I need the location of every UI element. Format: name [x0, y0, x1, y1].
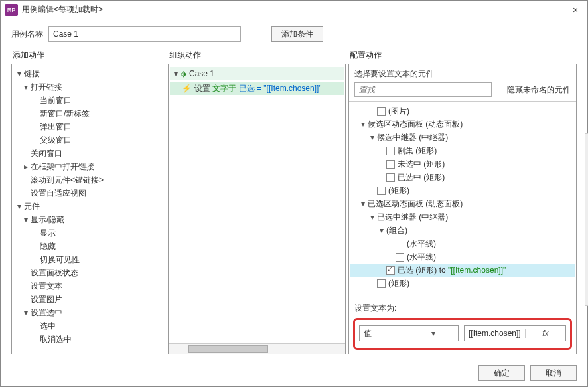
- action-tree-item[interactable]: 选中: [13, 319, 163, 333]
- value-expression-input[interactable]: [[Item.chosen]] fx: [464, 325, 566, 341]
- expand-icon[interactable]: ▾: [369, 133, 376, 142]
- widget-tree-item[interactable]: ▾已选中继器 (中继器): [350, 210, 575, 224]
- expand-icon[interactable]: ▾: [23, 308, 29, 317]
- case-name-input[interactable]: [48, 26, 241, 42]
- action-tree-label: 选中: [40, 321, 56, 332]
- action-node[interactable]: ⚡ 设置 文字于 已选 = "[[Item.chosen]]": [170, 82, 344, 95]
- action-tree-item[interactable]: 显示: [13, 226, 163, 240]
- action-tree-item[interactable]: ▾显示/隐藏: [13, 213, 163, 226]
- widget-tree-item[interactable]: 已选 (矩形) to "[[Item.chosen]]": [350, 264, 575, 277]
- widget-tree-label: (矩形): [388, 278, 409, 289]
- action-tree-item[interactable]: 关闭窗口: [13, 147, 163, 160]
- horizontal-scrollbar[interactable]: [169, 343, 345, 354]
- expand-icon[interactable]: ▸: [23, 162, 29, 171]
- organize-actions-panel: ▾ ⬗ Case 1 ⚡ 设置 文字于 已选 = "[[Item.chosen]…: [168, 64, 346, 354]
- action-tree-item[interactable]: 切换可见性: [13, 253, 163, 266]
- action-tree-label: 链接: [24, 68, 40, 80]
- expand-icon[interactable]: ▾: [360, 199, 366, 208]
- action-tree-label: 打开链接: [31, 82, 62, 93]
- case-icon: ⬗: [181, 69, 186, 78]
- action-tree-item[interactable]: 滚动到元件<锚链接>: [13, 173, 163, 187]
- widget-checkbox[interactable]: [396, 240, 404, 248]
- expand-icon[interactable]: ▾: [23, 82, 29, 92]
- widget-tree-label: (组合): [386, 225, 407, 236]
- widget-tree-item[interactable]: ▾已选区动态面板 (动态面板): [350, 197, 575, 210]
- widget-checkbox[interactable]: [386, 147, 395, 155]
- action-tree-label: 显示/隐藏: [31, 214, 64, 226]
- action-tree-item[interactable]: 新窗口/新标签: [13, 107, 163, 120]
- widget-checkbox[interactable]: [377, 279, 386, 288]
- close-icon[interactable]: ×: [567, 5, 583, 15]
- ok-button[interactable]: 确定: [478, 365, 525, 381]
- action-tree-label: 取消选中: [40, 334, 72, 345]
- widget-tree-item[interactable]: (图片): [350, 104, 575, 117]
- widget-tree-label: (图片): [388, 106, 409, 117]
- widget-tree-item[interactable]: 剧集 (矩形): [350, 144, 575, 157]
- widget-checkbox[interactable]: [386, 160, 395, 169]
- widget-checkbox[interactable]: [386, 173, 395, 182]
- action-tree-item[interactable]: 设置自适应视图: [13, 187, 163, 200]
- action-tree-item[interactable]: ▾打开链接: [13, 80, 163, 94]
- action-tree-label: 在框架中打开链接: [31, 161, 94, 173]
- add-condition-button[interactable]: 添加条件: [271, 26, 323, 42]
- action-tree-label: 设置面板状态: [31, 268, 78, 279]
- action-tree-item[interactable]: 当前窗口: [13, 94, 163, 107]
- value-config-box: 值 ▾ [[Item.chosen]] fx: [353, 318, 572, 350]
- case-node[interactable]: ▾ ⬗ Case 1: [170, 67, 344, 80]
- expand-icon[interactable]: ▾: [16, 69, 23, 78]
- widget-tree-label: 剧集 (矩形): [398, 145, 437, 157]
- widget-tree-label: 未选中 (矩形): [398, 159, 445, 170]
- action-tree-item[interactable]: 设置文本: [13, 279, 163, 293]
- fx-button[interactable]: fx: [525, 329, 565, 338]
- titlebar: RP 用例编辑<每项加载时> ×: [1, 1, 587, 19]
- configure-action-title: 配置动作: [348, 46, 577, 64]
- value-type-dropdown[interactable]: 值 ▾: [359, 325, 459, 341]
- action-tree-label: 设置文本: [31, 281, 62, 292]
- widget-tree-item[interactable]: (水平线): [350, 250, 575, 264]
- action-tree-item[interactable]: 设置面板状态: [13, 266, 163, 279]
- widget-checkbox[interactable]: [377, 107, 386, 116]
- action-tree-label: 当前窗口: [40, 95, 72, 106]
- action-tree-label: 弹出窗口: [40, 121, 72, 133]
- action-tree-label: 显示: [40, 228, 56, 239]
- expand-icon[interactable]: ▾: [360, 119, 366, 129]
- action-tree-label: 元件: [24, 201, 40, 212]
- action-text: 设置 文字于 已选 = "[[Item.chosen]]": [194, 83, 322, 94]
- hide-unnamed-checkbox[interactable]: 隐藏未命名的元件: [496, 84, 571, 96]
- action-tree-item[interactable]: 弹出窗口: [13, 120, 163, 133]
- action-tree-item[interactable]: ▾元件: [13, 200, 163, 213]
- expand-icon[interactable]: ▾: [173, 69, 179, 78]
- widget-tree-item[interactable]: 未选中 (矩形): [350, 157, 575, 171]
- action-tree-item[interactable]: 隐藏: [13, 240, 163, 253]
- widget-tree-item[interactable]: (矩形): [350, 277, 575, 290]
- cancel-button[interactable]: 取消: [530, 365, 577, 381]
- expand-icon[interactable]: ▾: [16, 202, 23, 211]
- expand-icon[interactable]: ▾: [378, 226, 385, 235]
- action-tree-label: 设置图片: [31, 294, 62, 305]
- search-input[interactable]: [354, 82, 492, 97]
- case-name-label: 用例名称: [11, 29, 43, 40]
- widget-checkbox[interactable]: [386, 266, 395, 275]
- expand-icon[interactable]: ▾: [23, 215, 29, 224]
- action-tree-item[interactable]: ▸在框架中打开链接: [13, 160, 163, 173]
- widget-tree-item[interactable]: (矩形): [350, 184, 575, 197]
- widget-tree-label: (矩形): [388, 185, 409, 196]
- action-tree-item[interactable]: 设置图片: [13, 293, 163, 306]
- widget-checkbox[interactable]: [377, 187, 386, 195]
- widget-tree-item[interactable]: 已选中 (矩形): [350, 171, 575, 184]
- action-tree-item[interactable]: ▾链接: [13, 67, 163, 80]
- side-tab[interactable]: [585, 133, 588, 306]
- action-tree-item[interactable]: 取消选中: [13, 333, 163, 346]
- action-tree-label: 隐藏: [40, 241, 56, 252]
- organize-actions-title: 组织动作: [168, 46, 346, 64]
- widget-tree-item[interactable]: (水平线): [350, 237, 575, 250]
- widget-tree-item[interactable]: ▾候选中继器 (中继器): [350, 131, 575, 144]
- action-tree-item[interactable]: ▾设置选中: [13, 306, 163, 319]
- widget-tree-item[interactable]: ▾候选区动态面板 (动态面板): [350, 117, 575, 131]
- case-name-row: 用例名称 添加条件: [1, 19, 587, 46]
- widget-checkbox[interactable]: [396, 253, 404, 262]
- columns: 添加动作 ▾链接▾打开链接当前窗口新窗口/新标签弹出窗口父级窗口关闭窗口▸在框架…: [1, 46, 587, 360]
- widget-tree-item[interactable]: ▾(组合): [350, 224, 575, 237]
- action-tree-item[interactable]: 父级窗口: [13, 133, 163, 147]
- expand-icon[interactable]: ▾: [369, 212, 376, 222]
